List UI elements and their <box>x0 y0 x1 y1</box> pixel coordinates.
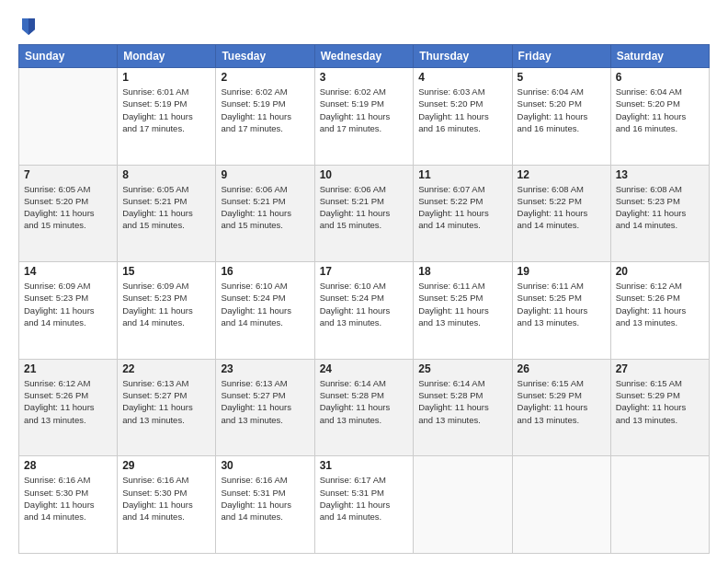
day-number: 5 <box>518 71 606 84</box>
calendar-cell <box>610 456 709 554</box>
day-number: 15 <box>122 265 210 278</box>
weekday-header-wednesday: Wednesday <box>314 45 414 68</box>
calendar-cell: 30Sunrise: 6:16 AM Sunset: 5:31 PM Dayli… <box>216 456 314 554</box>
day-number: 2 <box>221 71 309 84</box>
day-info: Sunrise: 6:16 AM Sunset: 5:31 PM Dayligh… <box>221 474 309 523</box>
day-info: Sunrise: 6:05 AM Sunset: 5:20 PM Dayligh… <box>24 183 112 232</box>
calendar-cell: 24Sunrise: 6:14 AM Sunset: 5:28 PM Dayli… <box>314 359 414 456</box>
day-number: 17 <box>320 265 409 278</box>
calendar-cell: 1Sunrise: 6:01 AM Sunset: 5:19 PM Daylig… <box>118 68 216 166</box>
day-number: 25 <box>418 362 506 375</box>
weekday-header-row: SundayMondayTuesdayWednesdayThursdayFrid… <box>19 45 710 68</box>
day-info: Sunrise: 6:13 AM Sunset: 5:27 PM Dayligh… <box>221 377 309 426</box>
day-info: Sunrise: 6:15 AM Sunset: 5:29 PM Dayligh… <box>518 377 606 426</box>
calendar-week-row: 21Sunrise: 6:12 AM Sunset: 5:26 PM Dayli… <box>19 359 710 456</box>
calendar-cell: 16Sunrise: 6:10 AM Sunset: 5:24 PM Dayli… <box>216 262 314 360</box>
day-info: Sunrise: 6:04 AM Sunset: 5:20 PM Dayligh… <box>518 86 606 134</box>
calendar-cell: 6Sunrise: 6:04 AM Sunset: 5:20 PM Daylig… <box>610 68 709 166</box>
calendar-cell: 12Sunrise: 6:08 AM Sunset: 5:22 PM Dayli… <box>512 165 610 262</box>
day-number: 10 <box>320 168 409 181</box>
calendar-cell: 13Sunrise: 6:08 AM Sunset: 5:23 PM Dayli… <box>610 165 709 262</box>
day-info: Sunrise: 6:14 AM Sunset: 5:28 PM Dayligh… <box>320 377 409 426</box>
day-number: 27 <box>616 362 704 375</box>
day-info: Sunrise: 6:02 AM Sunset: 5:19 PM Dayligh… <box>221 86 309 134</box>
calendar-cell: 17Sunrise: 6:10 AM Sunset: 5:24 PM Dayli… <box>314 262 414 360</box>
weekday-header-monday: Monday <box>118 45 216 68</box>
day-number: 31 <box>320 459 409 472</box>
day-info: Sunrise: 6:11 AM Sunset: 5:25 PM Dayligh… <box>418 280 506 328</box>
day-info: Sunrise: 6:12 AM Sunset: 5:26 PM Dayligh… <box>24 377 112 426</box>
calendar-week-row: 1Sunrise: 6:01 AM Sunset: 5:19 PM Daylig… <box>19 68 710 166</box>
day-number: 14 <box>24 265 112 278</box>
day-number: 23 <box>221 362 309 375</box>
logo-icon <box>20 17 37 37</box>
calendar-cell: 10Sunrise: 6:06 AM Sunset: 5:21 PM Dayli… <box>314 165 414 262</box>
calendar-cell: 15Sunrise: 6:09 AM Sunset: 5:23 PM Dayli… <box>118 262 216 360</box>
day-number: 29 <box>122 459 210 472</box>
day-info: Sunrise: 6:17 AM Sunset: 5:31 PM Dayligh… <box>320 474 409 523</box>
page: SundayMondayTuesdayWednesdayThursdayFrid… <box>0 0 728 563</box>
day-number: 7 <box>24 168 112 181</box>
day-info: Sunrise: 6:01 AM Sunset: 5:19 PM Dayligh… <box>122 86 210 134</box>
calendar-cell: 4Sunrise: 6:03 AM Sunset: 5:20 PM Daylig… <box>414 68 512 166</box>
day-info: Sunrise: 6:16 AM Sunset: 5:30 PM Dayligh… <box>24 474 112 523</box>
calendar-cell: 9Sunrise: 6:06 AM Sunset: 5:21 PM Daylig… <box>216 165 314 262</box>
day-info: Sunrise: 6:02 AM Sunset: 5:19 PM Dayligh… <box>320 86 409 134</box>
svg-marker-1 <box>28 18 35 35</box>
day-info: Sunrise: 6:09 AM Sunset: 5:23 PM Dayligh… <box>122 280 210 328</box>
day-info: Sunrise: 6:03 AM Sunset: 5:20 PM Dayligh… <box>418 86 506 134</box>
day-info: Sunrise: 6:16 AM Sunset: 5:30 PM Dayligh… <box>122 474 210 523</box>
header <box>18 17 710 37</box>
day-number: 1 <box>122 71 210 84</box>
day-number: 4 <box>418 71 506 84</box>
day-info: Sunrise: 6:06 AM Sunset: 5:21 PM Dayligh… <box>320 183 409 232</box>
calendar-cell <box>19 68 118 166</box>
day-number: 9 <box>221 168 309 181</box>
day-number: 26 <box>518 362 606 375</box>
weekday-header-tuesday: Tuesday <box>216 45 314 68</box>
day-info: Sunrise: 6:11 AM Sunset: 5:25 PM Dayligh… <box>518 280 606 328</box>
calendar-week-row: 14Sunrise: 6:09 AM Sunset: 5:23 PM Dayli… <box>19 262 710 360</box>
day-number: 18 <box>418 265 506 278</box>
calendar-cell: 8Sunrise: 6:05 AM Sunset: 5:21 PM Daylig… <box>118 165 216 262</box>
calendar-cell: 25Sunrise: 6:14 AM Sunset: 5:28 PM Dayli… <box>414 359 512 456</box>
calendar-cell: 3Sunrise: 6:02 AM Sunset: 5:19 PM Daylig… <box>314 68 414 166</box>
calendar-cell <box>414 456 512 554</box>
calendar-cell: 31Sunrise: 6:17 AM Sunset: 5:31 PM Dayli… <box>314 456 414 554</box>
calendar-cell: 27Sunrise: 6:15 AM Sunset: 5:29 PM Dayli… <box>610 359 709 456</box>
day-number: 28 <box>24 459 112 472</box>
weekday-header-thursday: Thursday <box>414 45 512 68</box>
calendar-table: SundayMondayTuesdayWednesdayThursdayFrid… <box>18 44 710 554</box>
calendar-cell: 21Sunrise: 6:12 AM Sunset: 5:26 PM Dayli… <box>19 359 118 456</box>
calendar-cell: 5Sunrise: 6:04 AM Sunset: 5:20 PM Daylig… <box>512 68 610 166</box>
day-info: Sunrise: 6:04 AM Sunset: 5:20 PM Dayligh… <box>616 86 704 134</box>
day-info: Sunrise: 6:07 AM Sunset: 5:22 PM Dayligh… <box>418 183 506 232</box>
day-number: 16 <box>221 265 309 278</box>
day-number: 21 <box>24 362 112 375</box>
day-number: 8 <box>122 168 210 181</box>
day-number: 11 <box>418 168 506 181</box>
day-number: 19 <box>518 265 606 278</box>
logo <box>18 17 37 37</box>
calendar-cell <box>512 456 610 554</box>
calendar-cell: 19Sunrise: 6:11 AM Sunset: 5:25 PM Dayli… <box>512 262 610 360</box>
weekday-header-friday: Friday <box>512 45 610 68</box>
calendar-cell: 14Sunrise: 6:09 AM Sunset: 5:23 PM Dayli… <box>19 262 118 360</box>
day-number: 13 <box>616 168 704 181</box>
day-number: 20 <box>616 265 704 278</box>
calendar-cell: 20Sunrise: 6:12 AM Sunset: 5:26 PM Dayli… <box>610 262 709 360</box>
calendar-week-row: 28Sunrise: 6:16 AM Sunset: 5:30 PM Dayli… <box>19 456 710 554</box>
calendar-cell: 29Sunrise: 6:16 AM Sunset: 5:30 PM Dayli… <box>118 456 216 554</box>
day-info: Sunrise: 6:09 AM Sunset: 5:23 PM Dayligh… <box>24 280 112 328</box>
day-info: Sunrise: 6:08 AM Sunset: 5:23 PM Dayligh… <box>616 183 704 232</box>
calendar-cell: 26Sunrise: 6:15 AM Sunset: 5:29 PM Dayli… <box>512 359 610 456</box>
day-info: Sunrise: 6:06 AM Sunset: 5:21 PM Dayligh… <box>221 183 309 232</box>
day-number: 30 <box>221 459 309 472</box>
day-number: 22 <box>122 362 210 375</box>
day-info: Sunrise: 6:10 AM Sunset: 5:24 PM Dayligh… <box>320 280 409 328</box>
calendar-cell: 28Sunrise: 6:16 AM Sunset: 5:30 PM Dayli… <box>19 456 118 554</box>
calendar-week-row: 7Sunrise: 6:05 AM Sunset: 5:20 PM Daylig… <box>19 165 710 262</box>
day-info: Sunrise: 6:15 AM Sunset: 5:29 PM Dayligh… <box>616 377 704 426</box>
day-info: Sunrise: 6:10 AM Sunset: 5:24 PM Dayligh… <box>221 280 309 328</box>
day-number: 3 <box>320 71 409 84</box>
